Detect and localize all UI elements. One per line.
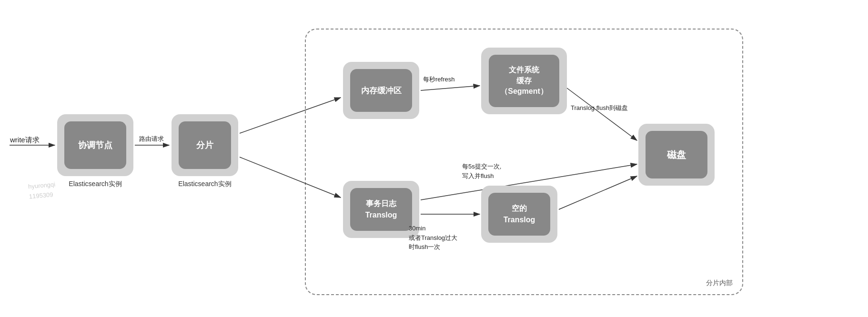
coordinator-sublabel: Elasticsearch实例: [57, 180, 133, 188]
diagram-container: 分片内部 write请求 协调节点 Elasticsearc: [0, 0, 868, 317]
commit-label: 每5s提交一次, 写入并flush: [462, 162, 501, 180]
flush-label: 30min 或者Translog过大 时flush一次: [409, 224, 457, 252]
empty-translog-label: 空的 Translog: [504, 203, 535, 226]
empty-translog-node-outer: 空的 Translog: [481, 186, 557, 243]
translog-node-inner: 事务日志 Translog: [350, 188, 412, 231]
shard-sublabel: Elasticsearch实例: [169, 180, 241, 188]
coordinator-node-inner: 协调节点: [64, 121, 126, 169]
shard-node-outer: 分片: [172, 114, 238, 176]
translog-node-outer: 事务日志 Translog: [343, 181, 419, 238]
coordinator-node-label: 协调节点: [78, 139, 112, 151]
file-cache-label: 文件系统 缓存 （Segment）: [500, 65, 548, 97]
memory-buffer-node-inner: 内存缓冲区: [350, 69, 412, 112]
disk-label: 磁盘: [667, 149, 686, 161]
shard-node-label: 分片: [196, 139, 213, 151]
memory-buffer-label: 内存缓冲区: [361, 85, 402, 96]
shard-node-inner: 分片: [179, 121, 231, 169]
disk-node-inner: 磁盘: [646, 131, 707, 178]
file-cache-node-inner: 文件系统 缓存 （Segment）: [489, 55, 559, 107]
coordinator-node-outer: 协调节点: [57, 114, 133, 176]
file-cache-node-outer: 文件系统 缓存 （Segment）: [481, 48, 567, 114]
disk-node-outer: 磁盘: [638, 124, 715, 186]
refresh-label: 每秒refresh: [423, 75, 454, 84]
empty-translog-node-inner: 空的 Translog: [488, 193, 550, 236]
write-request-label: write请求: [10, 136, 40, 145]
memory-buffer-node-outer: 内存缓冲区: [343, 62, 419, 119]
translog-label: 事务日志 Translog: [365, 198, 397, 221]
translog-flush-label: Translog flush到磁盘: [571, 104, 628, 112]
shard-internal-label: 分片内部: [706, 279, 733, 287]
watermark: hyurongqi 1195309: [28, 180, 57, 202]
route-request-label: 路由请求: [139, 135, 164, 143]
